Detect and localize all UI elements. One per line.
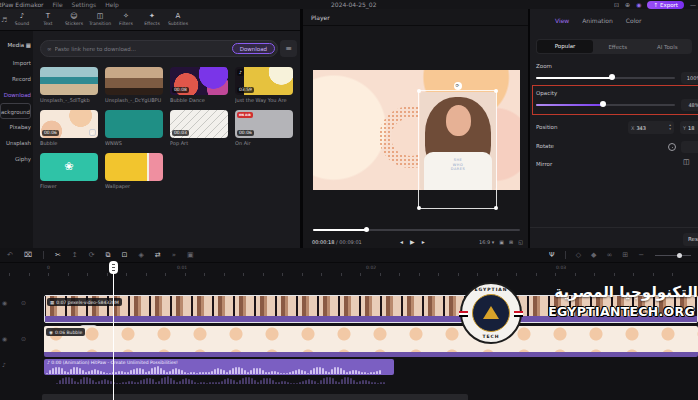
media-item[interactable]: 00:06✓Bubble (40, 110, 98, 146)
export-button[interactable]: ↑Export (647, 1, 684, 9)
opacity-slider[interactable] (536, 102, 675, 107)
x-stepper[interactable]: ▴▾ (669, 124, 671, 131)
hidden-track-strip[interactable] (42, 394, 468, 400)
sidebar-item-media[interactable]: ▦ Media (0, 36, 31, 55)
track2-lock-icon[interactable]: ⊙ (21, 335, 26, 342)
sidebar-item-record[interactable]: Record (0, 71, 31, 87)
flip-icon[interactable]: ⇄ (155, 248, 161, 263)
rotate-value[interactable] (681, 141, 698, 153)
feedback-icon[interactable]: ⊡ (614, 1, 619, 8)
media-item[interactable]: WNWS (105, 110, 163, 146)
mic-icon[interactable]: Ψ (549, 248, 555, 263)
speed-icon[interactable]: » (172, 248, 176, 263)
ribbon-item-stickers[interactable]: ☺Stickers (61, 12, 87, 27)
zoom-value[interactable]: 100% (681, 72, 698, 84)
rotate-dial-icon[interactable] (668, 143, 676, 151)
menu-file[interactable]: File (53, 1, 63, 8)
account-icon[interactable]: ◉ (636, 1, 641, 8)
media-item[interactable]: Unsplash_-_DcYgUBPU (105, 67, 163, 103)
magnet-icon[interactable]: ◆ (591, 248, 596, 263)
snapshot-icon[interactable]: ▣ (499, 239, 504, 245)
position-y-field[interactable]: Y 18 (680, 121, 698, 134)
ribbon-item-sound[interactable]: ♪Sound (9, 12, 35, 27)
timeline-ruler[interactable]: 00:010:020:03 (0, 263, 698, 277)
reset-button[interactable]: Reset (683, 233, 698, 246)
zoom-out-icon[interactable]: − (638, 248, 644, 263)
media-item[interactable]: 00:08Bubble Dance (170, 67, 228, 103)
sidebar-item-download[interactable]: Download (0, 87, 31, 103)
split-icon[interactable]: ✂ (55, 248, 61, 263)
freeze-icon[interactable]: ▣ (187, 248, 194, 263)
mirror-icon[interactable]: ◫ (683, 158, 690, 166)
ribbon-item-subtitles[interactable]: ASubtitles (165, 12, 191, 27)
next-frame-button[interactable]: ▸ (422, 238, 425, 245)
sidebar-item-unsplash[interactable]: Unsplash (0, 135, 31, 151)
delete-icon[interactable]: ⌧ (24, 248, 32, 263)
sidebar-item-background[interactable]: Background (0, 103, 31, 119)
opacity-slider-knob[interactable] (600, 101, 606, 107)
track1-eye-icon[interactable]: ◉ (2, 299, 7, 306)
media-item[interactable]: ♪03:59Just the Way You Are (235, 67, 293, 103)
ribbon-item-text[interactable]: TText (35, 12, 61, 27)
selection-handle-tl[interactable] (417, 89, 421, 93)
position-x-field[interactable]: X 343 ▴▾ (628, 121, 674, 134)
grid-icon[interactable]: ⊞ (509, 239, 513, 245)
menu-settings[interactable]: Settings (72, 1, 97, 8)
keyframe-icon[interactable]: ◇ (576, 248, 581, 263)
aspect-ratio-select[interactable]: 16:9 ▾ (479, 239, 494, 245)
rotate-icon[interactable]: ⟳ (89, 248, 95, 263)
seek-bar[interactable] (313, 228, 520, 231)
media-ribbon-icon[interactable]: ♬ (1, 16, 9, 24)
media-item[interactable]: 00:03Pop Art (170, 110, 228, 146)
opacity-value[interactable]: 48% (681, 99, 698, 111)
selection-handle-bl[interactable] (417, 206, 421, 210)
fullscreen-icon[interactable]: ◱ (518, 239, 523, 245)
sidebar-item-pixabay[interactable]: Pixabay (0, 119, 31, 135)
download-button[interactable]: Download (232, 43, 275, 54)
lift-icon[interactable]: ↥ (72, 248, 78, 263)
update-icon[interactable]: ⊕ (625, 1, 630, 8)
minimize-button[interactable]: — (690, 1, 696, 8)
audio-clip[interactable]: ♪ 0:00 (Animation) HitPaw - Create Unlim… (44, 359, 394, 375)
zoom-slider[interactable] (536, 75, 675, 80)
ribbon-item-transition[interactable]: ◫Transition (87, 12, 113, 27)
tab-animation[interactable]: Animation (582, 17, 613, 24)
tab-color[interactable]: Color (626, 17, 642, 24)
rotate-handle[interactable]: ⟳ (454, 82, 462, 90)
track1-lock-icon[interactable]: ⊙ (21, 299, 26, 306)
subtab-popular[interactable]: Popular (537, 40, 593, 53)
seek-knob[interactable] (364, 227, 369, 232)
ribbon-item-effects[interactable]: ✦Effects (139, 12, 165, 27)
ruler-tick (185, 273, 186, 276)
play-button[interactable]: ▶ (410, 238, 415, 245)
pip-icon[interactable]: ⊡ (122, 248, 128, 263)
link-icon[interactable]: ∞ (606, 248, 612, 263)
paste-link-bar[interactable]: ∞ Paste link here to download... Downloa… (40, 40, 278, 57)
sidebar-item-import[interactable]: Import (0, 55, 31, 71)
timeline-zoom-slider[interactable] (655, 251, 691, 259)
selection-handle-tr[interactable] (494, 89, 498, 93)
undo-icon[interactable]: ↶ (7, 248, 13, 263)
playhead[interactable] (109, 261, 118, 400)
ribbon-item-filters[interactable]: ✧Filters (113, 12, 139, 27)
timeline-zoom-knob[interactable] (677, 253, 682, 258)
media-item[interactable]: ❀Flower (40, 153, 98, 189)
selection-handle-br[interactable] (494, 206, 498, 210)
grid-icon[interactable]: ⊞ (622, 248, 628, 263)
selection-box[interactable]: ⟳ (418, 90, 497, 209)
media-item[interactable]: Wallpaper (105, 153, 163, 189)
stepper-down-icon[interactable]: ▾ (669, 128, 671, 132)
media-item[interactable]: Unsplash_-_5dlTgkb (40, 67, 98, 103)
menu-help[interactable]: Help (105, 1, 119, 8)
subtab-effects[interactable]: Effects (593, 44, 643, 50)
sidebar-item-giphy[interactable]: Giphy (0, 151, 31, 167)
mask-icon[interactable]: ◈ (138, 248, 143, 263)
download-list-button[interactable]: ≡ (280, 40, 297, 57)
zoom-slider-knob[interactable] (609, 74, 615, 80)
audio-track-speaker-icon[interactable]: ♪ (2, 361, 6, 368)
media-item[interactable]: ON AIR00:06On Air (235, 110, 293, 146)
subtab-ai-tools[interactable]: AI Tools (643, 44, 693, 50)
track2-eye-icon[interactable]: ◉ (2, 335, 7, 342)
prev-frame-button[interactable]: ◂ (400, 238, 403, 245)
tab-view[interactable]: View (555, 17, 569, 24)
